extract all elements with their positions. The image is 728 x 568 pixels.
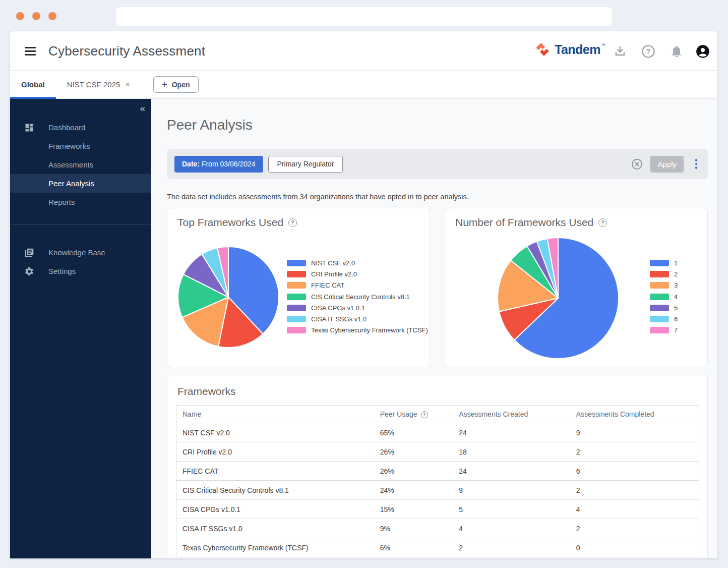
legend-swatch <box>287 294 306 300</box>
legend-label: NIST CSF v2.0 <box>311 259 355 267</box>
legend-swatch <box>287 282 306 289</box>
table-cell: CRI Profile v2.0 <box>176 442 374 462</box>
settings-gear-icon <box>24 266 34 276</box>
top-frameworks-card: Top Frameworks Used ? NIST CSF v2.0CRI P… <box>167 208 430 367</box>
table-row: CIS Critical Security Controls v8.124%92 <box>176 481 699 500</box>
column-header: Assessments Completed <box>570 406 699 423</box>
window-control-dot[interactable] <box>48 12 56 20</box>
tab-close-icon[interactable]: × <box>125 80 130 89</box>
table-cell: 15% <box>374 500 453 519</box>
more-options-kebab-icon[interactable] <box>692 158 701 170</box>
top-frameworks-pie-chart <box>177 246 279 348</box>
collapse-sidebar-icon[interactable]: « <box>140 103 145 114</box>
chart-legend: NIST CSF v2.0CRI Profile v2.0FFIEC CATCI… <box>287 257 428 336</box>
legend-swatch <box>287 260 306 266</box>
sidebar-item-knowledge-base[interactable]: Knowledge Base <box>10 243 151 262</box>
legend-label: 1 <box>674 259 678 267</box>
sidebar-item-label: Assessments <box>48 160 93 169</box>
sidebar-item-frameworks[interactable]: Frameworks <box>10 137 151 155</box>
table-cell: 26% <box>374 442 453 462</box>
account-avatar[interactable] <box>696 44 710 59</box>
window-control-dot[interactable] <box>32 12 40 20</box>
date-filter-value: From 03/06/2024 <box>202 160 256 168</box>
legend-item[interactable]: 6 <box>650 313 678 324</box>
date-filter-label: Date: <box>182 160 200 168</box>
table-cell: CISA IT SSGs v1.0 <box>176 519 374 538</box>
legend-label: CISA CPGs v1.0.1 <box>311 304 365 312</box>
column-header: Assessments Created <box>453 406 570 423</box>
table-cell: 5 <box>453 500 570 519</box>
brand-tm: ™ <box>601 43 605 48</box>
legend-item[interactable]: CRI Profile v2.0 <box>287 268 428 279</box>
legend-item[interactable]: 3 <box>650 280 678 291</box>
table-cell: Texas Cybersecurity Framework (TCSF) <box>176 538 374 557</box>
legend-label: 3 <box>674 281 678 289</box>
app-title: Cybersecurity Assessment <box>48 43 205 59</box>
legend-item[interactable]: 5 <box>650 302 678 313</box>
chart-help-icon[interactable]: ? <box>288 218 297 227</box>
sidebar-item-settings[interactable]: Settings <box>10 262 151 280</box>
legend-item[interactable]: 4 <box>650 291 678 302</box>
legend-label: CRI Profile v2.0 <box>311 270 357 278</box>
sidebar-item-label: Frameworks <box>48 142 90 150</box>
clear-filters-icon[interactable] <box>631 158 643 170</box>
svg-text:?: ? <box>646 47 650 55</box>
column-help-icon[interactable]: ? <box>421 411 428 418</box>
menu-icon[interactable] <box>25 46 36 56</box>
table-cell: 24 <box>453 423 570 442</box>
legend-swatch <box>650 260 669 266</box>
tab-label: Global <box>21 80 45 89</box>
primary-regulator-filter-button[interactable]: Primary Regulator <box>268 156 343 173</box>
dashboard-icon <box>24 123 34 133</box>
chart-title: Number of Frameworks Used <box>455 216 593 229</box>
tab-nist-csf-2025[interactable]: NIST CSF 2025 × <box>56 71 141 99</box>
table-cell: 2 <box>570 519 699 538</box>
apply-button[interactable]: Apply <box>650 156 684 173</box>
legend-item[interactable]: Texas Cybersecurity Framework (TCSF) <box>287 325 428 336</box>
legend-item[interactable]: 1 <box>650 257 678 268</box>
address-bar[interactable] <box>116 7 612 26</box>
legend-item[interactable]: CISA IT SSGs v1.0 <box>287 313 428 324</box>
chart-help-icon[interactable]: ? <box>598 218 607 227</box>
sidebar-divider <box>10 224 151 225</box>
sidebar-item-label: Settings <box>48 267 76 275</box>
open-button[interactable]: + Open <box>153 76 199 93</box>
frameworks-table-card: Frameworks NamePeer Usage?Assessments Cr… <box>167 375 708 558</box>
legend-label: 4 <box>674 293 678 301</box>
column-header: Name <box>176 406 374 423</box>
legend-item[interactable]: 2 <box>650 268 678 279</box>
legend-label: FFIEC CAT <box>311 281 344 289</box>
number-of-frameworks-pie-chart <box>497 237 619 359</box>
legend-swatch <box>287 271 306 277</box>
window-control-dot[interactable] <box>16 12 24 20</box>
legend-swatch <box>650 305 669 311</box>
frameworks-table: NamePeer Usage?Assessments CreatedAssess… <box>176 405 699 557</box>
legend-item[interactable]: 7 <box>650 325 678 336</box>
sidebar-item-label: Knowledge Base <box>48 248 105 257</box>
table-cell: 9 <box>453 481 570 500</box>
legend-item[interactable]: NIST CSF v2.0 <box>287 257 428 268</box>
table-row: FFIEC CAT26%246 <box>176 462 699 481</box>
sidebar-item-assessments[interactable]: Assessments <box>10 155 151 174</box>
sidebar-item-dashboard[interactable]: Dashboard <box>10 118 151 137</box>
help-icon[interactable]: ? <box>641 44 655 59</box>
legend-swatch <box>650 316 669 322</box>
legend-item[interactable]: FFIEC CAT <box>287 280 428 291</box>
sidebar-item-label: Dashboard <box>48 123 85 132</box>
sidebar-item-peer-analysis[interactable]: Peer Analysis <box>10 174 151 193</box>
table-cell: 24 <box>453 462 570 481</box>
download-icon[interactable] <box>613 44 627 59</box>
table-cell: 2 <box>570 442 699 462</box>
sidebar-item-reports[interactable]: Reports <box>10 193 151 211</box>
table-cell: 4 <box>570 500 699 519</box>
legend-item[interactable]: CISA CPGs v1.0.1 <box>287 302 428 313</box>
tab-global[interactable]: Global <box>10 71 56 99</box>
table-cell: 9 <box>570 423 699 442</box>
tab-bar: Global NIST CSF 2025 × + Open <box>10 71 717 99</box>
notifications-bell-icon[interactable] <box>670 44 684 59</box>
legend-item[interactable]: CIS Critical Security Controls v8.1 <box>287 291 428 302</box>
table-cell: 24% <box>374 481 453 500</box>
date-filter-button[interactable]: Date: From 03/06/2024 <box>174 156 263 173</box>
sidebar-item-label: Peer Analysis <box>48 179 94 188</box>
table-cell: 4 <box>453 519 570 538</box>
